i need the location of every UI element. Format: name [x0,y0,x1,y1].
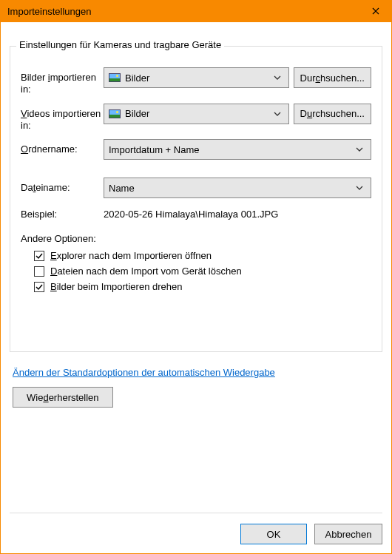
checkbox-icon [34,266,44,277]
dialog-footer: OK Abbrechen [10,513,382,544]
checkbox-delete-after-import[interactable]: Dateien nach dem Import vom Gerät lösche… [34,266,371,277]
row-videos-import: Videos importieren in: Bilder Durchsuche… [21,104,371,132]
row-foldername: Ordnername: Importdatum + Name [21,139,371,160]
cancel-button[interactable]: Abbrechen [314,524,382,544]
title-bar: Importeinstellungen [0,0,392,22]
autoplay-defaults-link[interactable]: Ändern der Standardoptionen der automati… [13,367,382,378]
label-images-import: Bilder importieren in: [21,67,104,96]
combo-images-folder[interactable]: Bilder [104,67,289,88]
combo-foldername-value: Importdatum + Name [109,144,353,155]
row-filename: Dateiname: Name [21,178,371,198]
dialog-body: Einstellungen für Kameras und tragbare G… [0,22,392,554]
window-title: Importeinstellungen [7,6,359,17]
combo-videos-folder[interactable]: Bilder [104,104,289,124]
ok-button[interactable]: OK [240,524,307,544]
combo-filename[interactable]: Name [104,178,371,198]
row-images-import: Bilder importieren in: Bilder Durchsuche… [21,67,371,96]
example-value: 2020-05-26 Himalaya\Himalaya 001.JPG [104,209,278,220]
checkbox-icon [34,282,44,292]
checkbox-label: Bilder beim Importieren drehen [50,281,182,292]
groupbox-legend: Einstellungen für Kameras und tragbare G… [16,39,224,50]
label-videos-import: Videos importieren in: [21,104,104,132]
browse-images-button[interactable]: Durchsuchen... [294,67,371,88]
other-options-heading: Andere Optionen: [21,233,371,244]
checkbox-open-explorer[interactable]: Explorer nach dem Importieren öffnen [34,250,371,261]
checkbox-icon [34,251,44,261]
checkbox-label: Explorer nach dem Importieren öffnen [50,250,212,261]
checkbox-rotate-images[interactable]: Bilder beim Importieren drehen [34,281,371,292]
chevron-down-icon [353,147,366,152]
close-icon [372,7,379,15]
chevron-down-icon [353,186,366,190]
browse-videos-button[interactable]: Durchsuchen... [294,104,371,124]
combo-videos-value: Bilder [125,108,271,119]
pictures-icon [109,73,121,82]
label-example: Beispiel: [21,209,104,220]
combo-filename-value: Name [109,183,353,194]
settings-groupbox: Einstellungen für Kameras und tragbare G… [10,46,382,352]
checkbox-label: Dateien nach dem Import vom Gerät lösche… [50,266,242,277]
chevron-down-icon [271,112,284,116]
chevron-down-icon [271,75,284,80]
close-button[interactable] [359,0,392,22]
row-example: Beispiel: 2020-05-26 Himalaya\Himalaya 0… [21,209,371,220]
combo-images-value: Bilder [125,72,271,84]
pictures-icon [109,109,121,118]
combo-foldername[interactable]: Importdatum + Name [104,139,371,160]
label-foldername: Ordnername: [21,139,104,155]
restore-defaults-button[interactable]: Wiederherstellen [13,387,113,408]
label-filename: Dateiname: [21,178,104,194]
